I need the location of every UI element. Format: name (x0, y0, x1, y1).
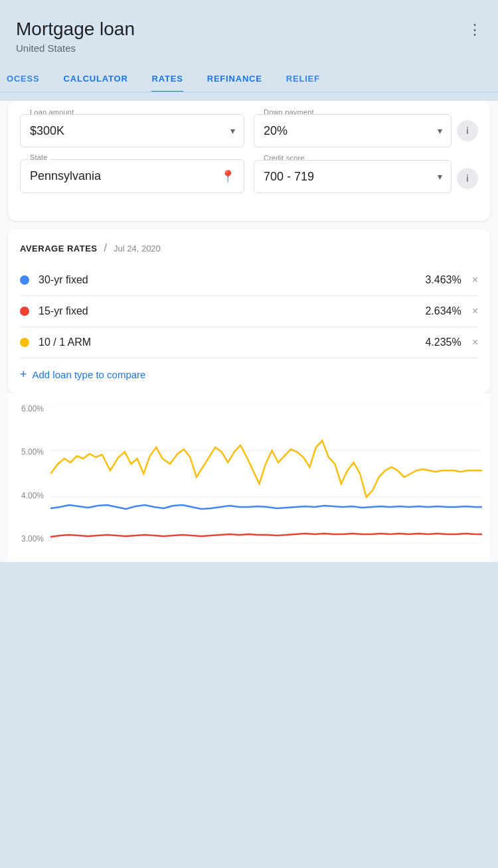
plus-icon: + (20, 368, 27, 382)
add-loan-label: Add loan type to compare (33, 369, 146, 380)
tab-calculator[interactable]: CALCULATOR (52, 66, 140, 92)
y-label-4: 4.00% (16, 491, 48, 500)
rate-close-15yr[interactable]: × (472, 305, 478, 317)
rate-dot-30yr (20, 275, 29, 285)
down-payment-group: Down payment 20% (254, 114, 452, 147)
rate-row-30yr: 30-yr fixed 3.463% × (20, 265, 478, 296)
rate-close-30yr[interactable]: × (472, 274, 478, 286)
down-payment-info-icon[interactable]: i (457, 120, 478, 141)
rate-label-arm: 10 / 1 ARM (39, 336, 425, 348)
chart-container: 6.00% 5.00% 4.00% 3.00% (16, 404, 482, 557)
rate-value-15yr: 2.634% (425, 305, 461, 317)
rate-row-arm: 10 / 1 ARM 4.235% × (20, 327, 478, 358)
add-loan-button[interactable]: + Add loan type to compare (20, 358, 478, 387)
credit-score-info-icon[interactable]: i (457, 168, 478, 189)
page-title: Mortgage loan (16, 19, 482, 40)
chart-svg (50, 404, 482, 543)
state-group: State 📍 (20, 159, 244, 193)
rate-label-30yr: 30-yr fixed (39, 274, 425, 286)
tab-relief[interactable]: RELIEF (274, 66, 332, 92)
rate-value-arm: 4.235% (425, 336, 461, 348)
nav-tabs: OCESS CALCULATOR RATES REFINANCE RELIEF (0, 66, 498, 93)
chart-card: 6.00% 5.00% 4.00% 3.00% (8, 394, 490, 562)
loan-amount-group: Loan amount $300K (20, 114, 244, 147)
credit-score-select[interactable]: 700 - 719 (254, 160, 452, 193)
state-label: State (28, 153, 50, 161)
rate-row-15yr: 15-yr fixed 2.634% × (20, 296, 478, 327)
loan-amount-select[interactable]: $300K (20, 114, 244, 147)
calculator-card: Loan amount $300K Down payment 20% (8, 101, 490, 221)
credit-score-group: Credit score 700 - 719 (254, 160, 452, 193)
rate-dot-arm (20, 338, 29, 347)
chart-line-15yr (50, 534, 482, 537)
chart-svg-area (50, 404, 482, 543)
rates-card: AVERAGE RATES / Jul 24, 2020 30-yr fixed… (8, 229, 490, 394)
rates-header: AVERAGE RATES / Jul 24, 2020 (20, 242, 478, 254)
location-icon: 📍 (220, 169, 235, 184)
page-subtitle: United States (16, 42, 482, 54)
down-payment-select[interactable]: 20% (254, 114, 452, 147)
rates-section-title: AVERAGE RATES (20, 244, 98, 253)
tab-process[interactable]: OCESS (0, 66, 52, 92)
y-label-3: 3.00% (16, 534, 48, 543)
y-label-5: 5.00% (16, 447, 48, 457)
rates-date: Jul 24, 2020 (114, 244, 161, 253)
rate-dot-15yr (20, 307, 29, 316)
tab-refinance[interactable]: REFINANCE (195, 66, 274, 92)
rate-close-arm[interactable]: × (472, 336, 478, 348)
chart-line-30yr (50, 505, 482, 509)
chart-y-labels: 6.00% 5.00% 4.00% 3.00% (16, 404, 48, 557)
rate-value-30yr: 3.463% (425, 274, 461, 286)
tab-rates[interactable]: RATES (140, 66, 195, 92)
rate-label-15yr: 15-yr fixed (39, 305, 425, 317)
y-label-6: 6.00% (16, 404, 48, 413)
menu-icon[interactable]: ⋮ (467, 21, 482, 38)
rates-separator: / (104, 242, 107, 254)
chart-line-arm (50, 441, 482, 497)
state-input[interactable] (20, 159, 244, 193)
